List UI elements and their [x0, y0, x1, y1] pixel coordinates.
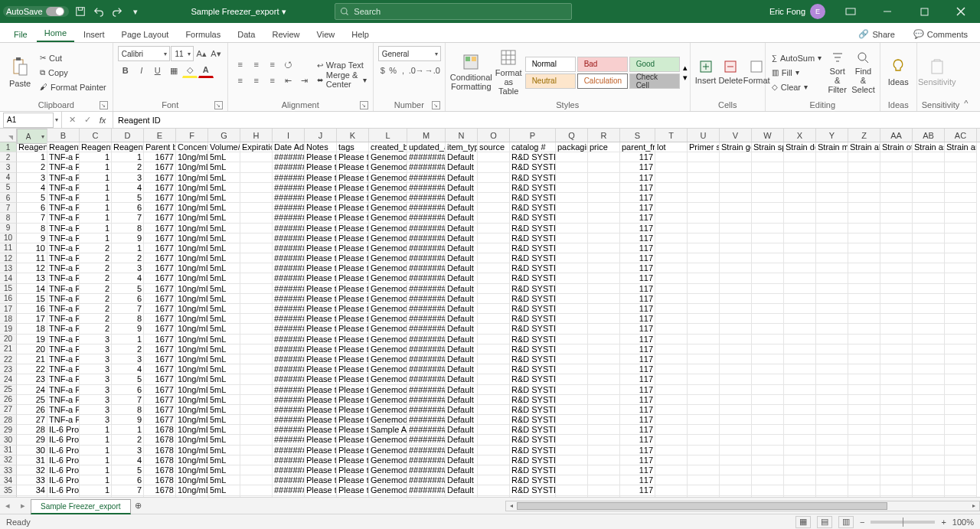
cell[interactable]	[848, 425, 880, 435]
cell[interactable]: 10ng/mL	[176, 475, 208, 485]
cell[interactable]: 1678	[144, 496, 176, 497]
cell[interactable]: 10ng/mL	[176, 294, 208, 304]
cell[interactable]: TNF-a Pro	[47, 294, 80, 304]
cell[interactable]: IL-6 Prote	[47, 425, 80, 435]
cell[interactable]: Genemod	[369, 475, 407, 485]
cell[interactable]: R&D SYSTE 7270-IL-010/CF	[510, 203, 556, 213]
cell[interactable]: Please thro	[337, 273, 369, 283]
cell[interactable]: Genemod	[369, 152, 407, 162]
cell[interactable]: R&D SYSTE 210-TA-005	[510, 465, 556, 475]
row-header[interactable]: 24	[0, 374, 17, 384]
cell[interactable]	[752, 152, 784, 162]
cell[interactable]	[720, 354, 752, 364]
cell[interactable]	[913, 203, 945, 213]
align-top-icon[interactable]: ≡	[233, 57, 248, 72]
cell[interactable]	[945, 304, 977, 314]
cell[interactable]: 3	[80, 374, 112, 384]
cell[interactable]: 1	[17, 152, 47, 162]
cell[interactable]	[556, 456, 588, 465]
cell[interactable]: Default	[446, 354, 478, 364]
cell[interactable]: Please thro	[305, 385, 337, 395]
cell[interactable]: 1	[112, 152, 144, 162]
cell[interactable]	[816, 203, 848, 213]
cell[interactable]: Strain asso	[913, 142, 945, 152]
cell[interactable]: 10ng/mL	[176, 335, 208, 345]
fill-color-button[interactable]: ◇	[182, 63, 198, 78]
cell[interactable]: R&D SYSTE 7270-IL-010/CF	[510, 304, 556, 314]
cell[interactable]: Volume/M	[208, 142, 240, 152]
cell[interactable]	[848, 243, 880, 253]
cell[interactable]: Please thro	[337, 294, 369, 304]
cell[interactable]	[588, 425, 620, 435]
cell[interactable]: Default	[446, 233, 478, 243]
cell[interactable]: Genemod	[369, 374, 407, 384]
cell[interactable]	[478, 173, 510, 183]
column-header[interactable]: AC	[945, 129, 977, 142]
cell[interactable]	[478, 193, 510, 203]
cell[interactable]	[478, 224, 510, 233]
cell[interactable]	[720, 253, 752, 263]
cell[interactable]: Genemod	[369, 435, 407, 445]
cell[interactable]: source	[478, 142, 510, 152]
cell[interactable]	[478, 385, 510, 395]
cell[interactable]: Genemod	[369, 273, 407, 283]
cell[interactable]	[880, 213, 913, 223]
cell[interactable]: Please thro	[337, 364, 369, 374]
cell[interactable]: 2	[17, 162, 47, 172]
cell[interactable]	[945, 475, 977, 485]
cell[interactable]	[655, 304, 688, 314]
cell[interactable]: TNF-a Pro	[47, 203, 80, 213]
cell[interactable]	[752, 374, 784, 384]
cell[interactable]: ########	[407, 496, 446, 497]
cell[interactable]	[880, 294, 913, 304]
cell[interactable]: Please thro	[337, 253, 369, 263]
cell[interactable]: IL-6 Prote	[47, 496, 80, 497]
cell[interactable]	[945, 496, 977, 497]
cell[interactable]	[688, 263, 720, 273]
cell[interactable]: Default	[446, 475, 478, 485]
cell[interactable]	[945, 273, 977, 283]
cell[interactable]: Genemod	[369, 485, 407, 495]
column-header[interactable]: AB	[913, 129, 945, 142]
cell[interactable]	[688, 203, 720, 213]
tab-insert[interactable]: Insert	[76, 27, 113, 42]
cell[interactable]: 8	[112, 405, 144, 415]
cell[interactable]: ########	[273, 233, 305, 243]
cell[interactable]: 1677	[144, 173, 176, 183]
cell[interactable]	[880, 425, 913, 435]
cell[interactable]: Please thro	[337, 243, 369, 253]
cell[interactable]	[816, 395, 848, 405]
cell[interactable]: 32	[17, 465, 47, 475]
cell[interactable]: 30	[17, 446, 47, 456]
format-painter-button[interactable]: 🖌 Format Painter	[38, 80, 108, 94]
cell[interactable]	[913, 263, 945, 273]
cell[interactable]	[556, 193, 588, 203]
cell[interactable]	[880, 284, 913, 294]
cell[interactable]	[240, 465, 273, 475]
cell[interactable]	[784, 475, 816, 485]
row-header[interactable]: 18	[0, 314, 17, 324]
cell[interactable]	[784, 395, 816, 405]
sensitivity-button[interactable]: Sensitivity	[922, 46, 952, 99]
cell[interactable]	[688, 475, 720, 485]
cell[interactable]: 1677	[144, 415, 176, 425]
styles-gallery-more[interactable]: ▴▾	[683, 46, 688, 99]
cell[interactable]: Default	[446, 203, 478, 213]
autosave-toggle[interactable]: AutoSave	[3, 6, 69, 17]
cell[interactable]: TNF-a Pro	[47, 345, 80, 354]
cell[interactable]	[816, 243, 848, 253]
cell[interactable]	[688, 284, 720, 294]
cell[interactable]	[655, 243, 688, 253]
cell[interactable]	[913, 415, 945, 425]
cell[interactable]	[848, 224, 880, 233]
cell[interactable]	[945, 425, 977, 435]
cell[interactable]	[913, 183, 945, 193]
cell[interactable]	[752, 465, 784, 475]
row-header[interactable]: 4	[0, 173, 17, 183]
cell[interactable]: 10ng/mL	[176, 385, 208, 395]
cell[interactable]	[688, 314, 720, 324]
cell[interactable]	[816, 213, 848, 223]
cell[interactable]: ########	[407, 485, 446, 495]
cell[interactable]: Please thro	[337, 304, 369, 314]
cell[interactable]: Default	[446, 253, 478, 263]
